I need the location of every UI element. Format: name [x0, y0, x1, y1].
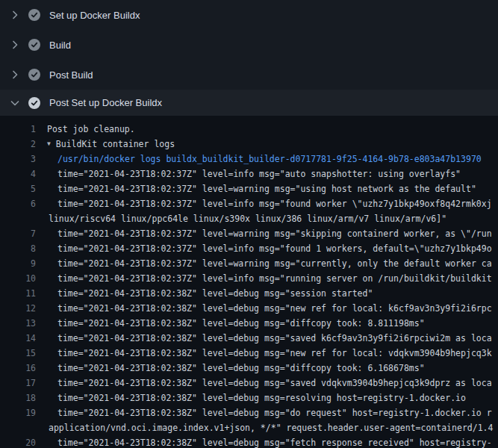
line-number[interactable]: 3 — [0, 152, 36, 167]
log-text: time="2021-04-23T18:02:37Z" level=warnin… — [57, 181, 476, 196]
step-list: Set up Docker BuildxBuildPost BuildPost … — [0, 0, 498, 116]
log-line: 20time="2021-04-23T18:02:38Z" level=debu… — [0, 435, 498, 448]
check-circle-icon — [28, 97, 40, 109]
log-line: 18time="2021-04-23T18:02:38Z" level=debu… — [0, 391, 498, 405]
log-line: 13time="2021-04-23T18:02:38Z" level=debu… — [0, 316, 498, 331]
log-text: time="2021-04-23T18:02:38Z" level=debug … — [57, 376, 492, 391]
log-text: time="2021-04-23T18:02:38Z" level=debug … — [57, 301, 492, 316]
log-text: time="2021-04-23T18:02:38Z" level=debug … — [57, 435, 492, 448]
log-text: time="2021-04-23T18:02:38Z" level=debug … — [57, 391, 466, 405]
log-text: time="2021-04-23T18:02:38Z" level=debug … — [57, 316, 425, 331]
step-label: Post Build — [49, 69, 93, 81]
log-line: 8time="2021-04-23T18:02:37Z" level=info … — [0, 241, 498, 256]
log-command-text: /usr/bin/docker logs buildx_buildkit_bui… — [57, 152, 482, 167]
line-number[interactable]: 16 — [0, 361, 36, 376]
line-number[interactable]: 4 — [0, 167, 36, 181]
line-number[interactable]: 9 — [0, 256, 36, 271]
log-text: linux/riscv64 linux/ppc64le linux/s390x … — [49, 211, 446, 226]
log-text: time="2021-04-23T18:02:37Z" level=info m… — [57, 196, 492, 211]
line-number[interactable]: 2 — [0, 137, 36, 152]
log-text: time="2021-04-23T18:02:37Z" level=warnin… — [57, 226, 492, 241]
line-number[interactable]: 7 — [0, 226, 36, 241]
log-group-toggle[interactable]: ▼BuildKit container logs — [47, 137, 175, 152]
log-line: 16time="2021-04-23T18:02:38Z" level=debu… — [0, 361, 498, 376]
line-number[interactable]: 18 — [0, 391, 36, 405]
line-number[interactable]: 20 — [0, 435, 36, 448]
log-line: 6time="2021-04-23T18:02:37Z" level=info … — [0, 196, 498, 211]
line-number[interactable]: 6 — [0, 196, 36, 211]
log-line: 2▼BuildKit container logs — [0, 137, 498, 152]
log-line: 3/usr/bin/docker logs buildx_buildkit_bu… — [0, 152, 498, 167]
line-number[interactable]: 10 — [0, 271, 36, 286]
log-text: time="2021-04-23T18:02:38Z" level=debug … — [57, 405, 492, 420]
log-text: time="2021-04-23T18:02:38Z" level=debug … — [57, 346, 492, 361]
log-line: 19time="2021-04-23T18:02:38Z" level=debu… — [0, 405, 498, 420]
line-number[interactable]: 1 — [0, 122, 36, 137]
step-label: Set up Docker Buildx — [49, 10, 140, 21]
log-text: application/vnd.oci.image.index.v1+json,… — [49, 420, 493, 435]
step-header-post-build[interactable]: Post Build — [0, 60, 498, 90]
line-number[interactable]: 12 — [0, 301, 36, 316]
chevron-right-icon — [9, 9, 21, 21]
log-line: 15time="2021-04-23T18:02:38Z" level=debu… — [0, 346, 498, 361]
log-line: 9time="2021-04-23T18:02:37Z" level=warni… — [0, 256, 498, 271]
step-header-post-set-up-docker-buildx[interactable]: Post Set up Docker Buildx — [0, 90, 498, 116]
log-line: 17time="2021-04-23T18:02:38Z" level=debu… — [0, 376, 498, 391]
line-number[interactable]: 5 — [0, 181, 36, 196]
line-number[interactable]: 17 — [0, 376, 36, 391]
log-text: time="2021-04-23T18:02:38Z" level=debug … — [57, 331, 492, 346]
log-line: 11time="2021-04-23T18:02:38Z" level=debu… — [0, 286, 498, 301]
log-text: time="2021-04-23T18:02:37Z" level=info m… — [57, 241, 492, 256]
log-line-continuation: application/vnd.oci.image.index.v1+json,… — [0, 420, 498, 435]
log-text: time="2021-04-23T18:02:38Z" level=debug … — [57, 361, 425, 376]
line-number[interactable]: 13 — [0, 316, 36, 331]
log-text: time="2021-04-23T18:02:37Z" level=info m… — [57, 271, 492, 286]
chevron-right-icon — [9, 69, 21, 81]
triangle-down-icon: ▼ — [47, 137, 51, 152]
line-number — [0, 420, 36, 435]
line-number[interactable]: 15 — [0, 346, 36, 361]
chevron-right-icon — [9, 39, 21, 51]
step-label: Build — [49, 40, 71, 51]
line-number[interactable]: 8 — [0, 241, 36, 256]
log-line: 14time="2021-04-23T18:02:38Z" level=debu… — [0, 331, 498, 346]
log-line: 5time="2021-04-23T18:02:37Z" level=warni… — [0, 181, 498, 196]
log-line: 4time="2021-04-23T18:02:37Z" level=info … — [0, 167, 498, 181]
check-circle-icon — [28, 39, 40, 51]
log-group-label: BuildKit container logs — [56, 137, 175, 152]
log-panel: 1Post job cleanup.2▼BuildKit container l… — [0, 116, 498, 448]
log-text: time="2021-04-23T18:02:37Z" level=info m… — [57, 167, 461, 181]
actions-log-viewer: Set up Docker BuildxBuildPost BuildPost … — [0, 0, 498, 448]
step-header-build[interactable]: Build — [0, 30, 498, 60]
line-number[interactable]: 11 — [0, 286, 36, 301]
log-line: 10time="2021-04-23T18:02:37Z" level=info… — [0, 271, 498, 286]
step-header-set-up-docker-buildx[interactable]: Set up Docker Buildx — [0, 0, 498, 30]
log-line-continuation: linux/riscv64 linux/ppc64le linux/s390x … — [0, 211, 498, 226]
log-text: time="2021-04-23T18:02:38Z" level=debug … — [57, 286, 373, 301]
chevron-down-icon — [9, 97, 21, 109]
check-circle-icon — [28, 9, 40, 21]
log-line: 1Post job cleanup. — [0, 122, 498, 137]
log-text: time="2021-04-23T18:02:37Z" level=warnin… — [57, 256, 492, 271]
step-label: Post Set up Docker Buildx — [49, 97, 162, 108]
log-text: Post job cleanup. — [47, 122, 135, 137]
line-number[interactable]: 14 — [0, 331, 36, 346]
log-line: 12time="2021-04-23T18:02:38Z" level=debu… — [0, 301, 498, 316]
log-line: 7time="2021-04-23T18:02:37Z" level=warni… — [0, 226, 498, 241]
line-number[interactable]: 19 — [0, 405, 36, 420]
line-number — [0, 211, 36, 226]
check-circle-icon — [28, 69, 40, 81]
